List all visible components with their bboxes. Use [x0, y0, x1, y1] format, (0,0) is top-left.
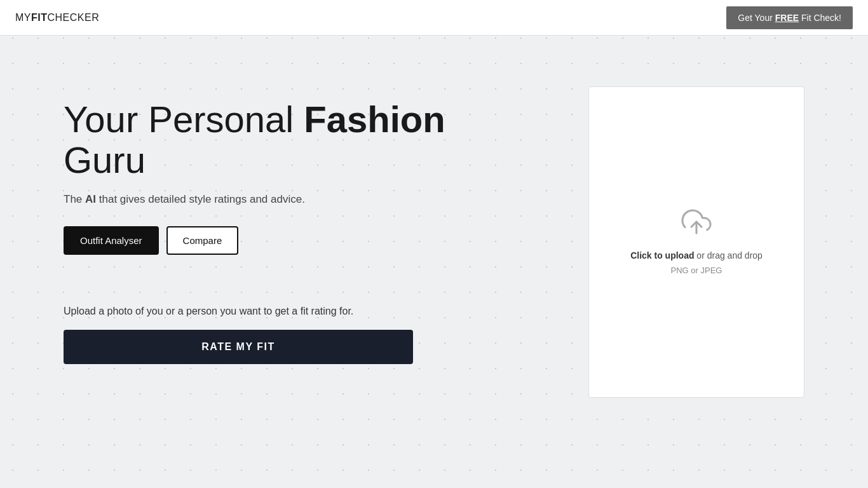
hero-title-text: Your Personal Fashion Guru — [64, 98, 445, 180]
logo: MYFITCHECKER — [15, 12, 99, 24]
outfit-analyser-button[interactable]: Outfit Analyser — [64, 226, 159, 255]
upload-or-text: or drag and drop — [694, 250, 762, 261]
right-section: Click to upload or drag and drop PNG or … — [588, 86, 804, 398]
navbar-cta-button[interactable]: Get Your FREE Fit Check! — [726, 6, 853, 29]
hero-ai-text: AI — [85, 193, 96, 205]
compare-button[interactable]: Compare — [166, 226, 239, 255]
upload-click-text: Click to upload — [630, 250, 694, 261]
logo-my: MY — [15, 12, 31, 23]
upload-dropzone[interactable]: Click to upload or drag and drop PNG or … — [588, 86, 804, 398]
navbar-cta-free: FREE — [775, 13, 799, 23]
logo-checker: CHECKER — [48, 12, 100, 23]
hero-subtitle: The AI that gives detailed style ratings… — [64, 193, 508, 206]
logo-fit: FIT — [31, 12, 48, 23]
main-content: Your Personal Fashion Guru The AI that g… — [0, 36, 868, 488]
upload-file-types: PNG or JPEG — [671, 266, 722, 275]
upload-instructions: Click to upload or drag and drop PNG or … — [630, 248, 763, 277]
rate-my-fit-button[interactable]: RATE MY FIT — [64, 330, 413, 364]
upload-label: Upload a photo of you or a person you wa… — [64, 306, 508, 317]
button-group: Outfit Analyser Compare — [64, 226, 508, 255]
upload-section-left: Upload a photo of you or a person you wa… — [64, 306, 508, 364]
navbar: MYFITCHECKER Get Your FREE Fit Check! — [0, 0, 868, 36]
upload-cloud-icon — [681, 207, 712, 240]
hero-title: Your Personal Fashion Guru — [64, 99, 508, 180]
left-section: Your Personal Fashion Guru The AI that g… — [64, 86, 508, 364]
